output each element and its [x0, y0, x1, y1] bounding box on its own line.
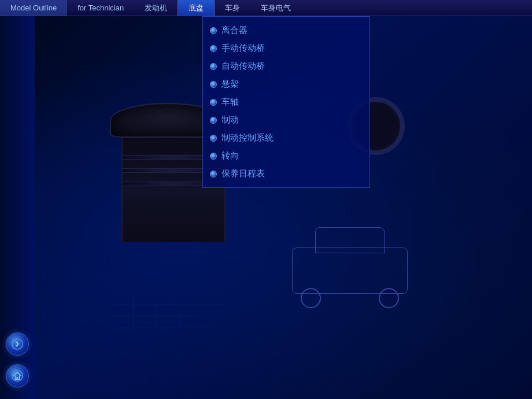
dropdown-item-axle[interactable]: 车轴	[203, 93, 370, 111]
dropdown-item-label: 保养日程表	[221, 168, 265, 179]
dropdown-item-label: 悬架	[221, 79, 239, 90]
dropdown-item-brake-control[interactable]: 制动控制系统	[203, 129, 370, 147]
nav-model-outline[interactable]: Model Outline	[0, 0, 67, 16]
svg-point-0	[12, 339, 23, 349]
bullet-icon	[210, 99, 217, 106]
nav-btn[interactable]	[6, 332, 29, 356]
dropdown-item-brake[interactable]: 制动	[203, 111, 370, 129]
dropdown-item-label: 制动控制系统	[221, 132, 274, 143]
home-icon	[11, 370, 24, 382]
dropdown-item-label: 离合器	[221, 25, 247, 36]
bullet-icon	[210, 135, 217, 142]
left-sidebar	[0, 16, 35, 399]
dropdown-panel: 离合器手动传动桥自动传动桥悬架车轴制动制动控制系统转向保养日程表	[202, 16, 370, 188]
main-content: 离合器手动传动桥自动传动桥悬架车轴制动制动控制系统转向保养日程表	[0, 16, 532, 399]
dropdown-item-label: 转向	[221, 150, 239, 161]
nav-for-technician[interactable]: for Technician	[67, 0, 134, 16]
nav-chassis[interactable]: 底盘	[178, 0, 215, 16]
dropdown-item-label: 手动传动桥	[221, 43, 265, 54]
dropdown-item-label: 制动	[221, 114, 239, 125]
dropdown-item-auto-trans[interactable]: 自动传动桥	[203, 57, 370, 75]
nav-engine[interactable]: 发动机	[134, 0, 178, 16]
car-visual	[278, 230, 422, 346]
bullet-icon	[210, 45, 217, 52]
bullet-icon	[210, 27, 217, 34]
center-content: 离合器手动传动桥自动传动桥悬架车轴制动制动控制系统转向保养日程表	[35, 16, 532, 399]
dropdown-item-suspension[interactable]: 悬架	[203, 75, 370, 93]
bullet-icon	[210, 171, 217, 178]
arrow-icon	[11, 338, 24, 350]
bullet-icon	[210, 81, 217, 88]
dropdown-item-label: 自动传动桥	[221, 61, 265, 72]
dropdown-item-maintenance[interactable]: 保养日程表	[203, 165, 370, 183]
dropdown-item-steering[interactable]: 转向	[203, 147, 370, 165]
dropdown-item-clutch[interactable]: 离合器	[203, 21, 370, 39]
navigation-bar: Model Outline for Technician 发动机 底盘 车身 车…	[0, 0, 532, 16]
bullet-icon	[210, 63, 217, 70]
dropdown-item-manual-trans[interactable]: 手动传动桥	[203, 39, 370, 57]
dropdown-item-label: 车轴	[221, 97, 239, 108]
bullet-icon	[210, 153, 217, 160]
nav-body-electric[interactable]: 车身电气	[250, 0, 301, 16]
bullet-icon	[210, 117, 217, 124]
nav-body[interactable]: 车身	[215, 0, 250, 16]
circuit-visual	[98, 236, 272, 352]
home-btn[interactable]	[6, 364, 29, 387]
